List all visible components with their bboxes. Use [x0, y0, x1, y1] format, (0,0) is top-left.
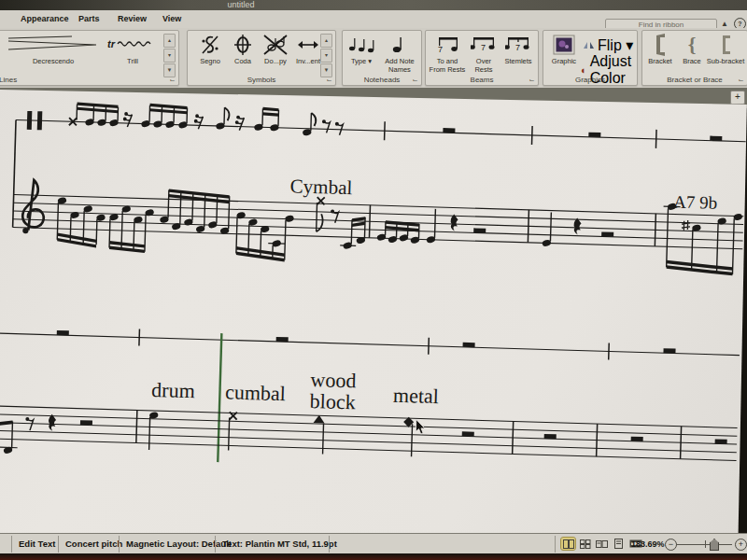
staff1-line [16, 120, 746, 142]
status-edit-text: Edit Text [19, 534, 55, 554]
group-label-symbols: Symbols [188, 76, 335, 84]
window-title: untitled [199, 0, 283, 10]
bracket-icon [654, 34, 667, 56]
dropdown-icon: ▾ [368, 57, 372, 65]
zoom-slider-track[interactable] [676, 544, 732, 545]
view-spread-icon[interactable] [561, 538, 575, 550]
dont-copy-button[interactable]: Do...py [261, 34, 290, 65]
cymbal-label[interactable]: Cymbal [289, 175, 352, 199]
svg-text:tr: tr [107, 38, 116, 49]
coda-icon [233, 34, 253, 56]
beams-to-from-rests-button[interactable]: 7 To and From Rests [429, 34, 466, 74]
zoom-in-button[interactable]: + [735, 539, 747, 551]
group-label-graphics: Graphics [543, 76, 637, 84]
group-label-lines: Lines [0, 76, 17, 84]
status-divider [329, 536, 330, 553]
status-concert-pitch: Concert pitch [65, 534, 122, 554]
dropdown-icon: ▾ [626, 37, 633, 53]
staff1-notes[interactable] [69, 101, 344, 137]
drum-label[interactable]: drum [151, 378, 195, 402]
ribbon-group-bracket: Bracket { Brace Sub-bracket Bracket or B… [641, 30, 747, 86]
symbols-dialog-launcher-icon[interactable]: ⌙ [325, 76, 333, 84]
notehead-type-button[interactable]: Type ▾ [345, 34, 378, 65]
score-canvas[interactable]: Cymbal A7 9b drum cumbal wood block meta… [0, 90, 747, 553]
invert-button[interactable]: Inv...ent [292, 34, 324, 65]
staff1-rests[interactable] [443, 128, 722, 141]
lines-dialog-launcher-icon[interactable]: ⌙ [168, 76, 176, 84]
invert-arrow-icon [296, 34, 320, 56]
graphic-picture-icon [553, 34, 575, 56]
ribbon-group-beams: 7 To and From Rests 7 Over Rests 7 Steml… [425, 30, 539, 86]
segno-icon [200, 34, 220, 56]
beam-stemlets-icon: 7 [505, 34, 531, 56]
status-divider [11, 536, 12, 553]
sub-bracket-button[interactable]: Sub-bracket [706, 34, 745, 65]
tab-appearance[interactable]: Appearance [21, 10, 69, 28]
status-magnetic-layout: Magnetic Layout: Default [126, 534, 232, 554]
tab-view[interactable]: View [162, 10, 181, 28]
tab-parts[interactable]: Parts [78, 10, 100, 28]
svg-text:7: 7 [481, 43, 486, 52]
beams-dialog-launcher-icon[interactable]: ⌙ [528, 76, 536, 84]
bracket-dialog-launcher-icon[interactable]: ⌙ [737, 76, 745, 84]
ribbon: Decrescendo tr Trill ▴ ▾ ▼ Lines ⌙ Segno [0, 28, 747, 89]
ribbon-group-symbols: Segno Coda Do...py Inv...ent ▴ ▾ ▼ Symbo… [187, 30, 336, 86]
selected-barline-green[interactable] [218, 333, 221, 462]
new-tab-plus-button[interactable]: + [730, 91, 745, 105]
gallery-up-icon[interactable]: ▴ [320, 34, 332, 48]
group-label-beams: Beams [426, 76, 538, 84]
cumbal-label[interactable]: cumbal [225, 380, 286, 405]
flip-icon [583, 37, 595, 54]
window-titlebar: untitled [0, 0, 747, 10]
gallery-up-icon[interactable]: ▴ [163, 34, 176, 48]
view-switcher [561, 538, 642, 550]
beams-over-rests-button[interactable]: 7 Over Rests [468, 34, 500, 74]
score-page: Cymbal A7 9b drum cumbal wood block meta… [0, 90, 747, 551]
dont-copy-icon [262, 34, 289, 56]
add-note-names-button[interactable]: Add Note Names [380, 34, 419, 74]
view-horizontal-icon[interactable] [595, 538, 609, 550]
bracket-button[interactable]: Bracket [644, 34, 676, 65]
gallery-down-icon[interactable]: ▾ [163, 49, 176, 63]
ribbon-group-graphics: Graphic Flip ▾ ◐ Adjust Color Graphics [543, 30, 638, 86]
zoom-slider-center-tick [705, 540, 706, 548]
noteheads-dialog-launcher-icon[interactable]: ⌙ [411, 76, 419, 84]
brace-button[interactable]: { Brace [678, 34, 706, 65]
group-label-noteheads: Noteheads [343, 76, 421, 84]
flip-button[interactable]: Flip ▾ [583, 36, 633, 54]
chord-symbol[interactable]: A7 9b [673, 191, 718, 212]
decrescendo-hairpin-icon [7, 34, 100, 56]
view-single-page-icon[interactable] [612, 538, 626, 550]
screen-bottom-edge [0, 553, 747, 560]
metal-label[interactable]: metal [393, 384, 440, 408]
trill-button[interactable]: tr Trill [106, 34, 160, 65]
staff3-rests[interactable] [57, 330, 676, 354]
coda-button[interactable]: Coda [229, 34, 257, 65]
gallery-down-icon[interactable]: ▾ [320, 49, 332, 63]
brace-icon: { [688, 34, 697, 56]
beam-to-from-rests-icon: 7 [434, 34, 460, 56]
ribbon-group-noteheads: Type ▾ Add Note Names Noteheads ⌙ [342, 30, 422, 86]
view-grid-icon[interactable] [578, 538, 592, 550]
treble-clef-icon[interactable] [22, 180, 45, 234]
symbols-gallery-scroll: ▴ ▾ ▼ [320, 34, 332, 77]
svg-text:7: 7 [438, 45, 443, 54]
status-divider [555, 536, 556, 553]
zoom-slider-thumb[interactable] [710, 539, 719, 551]
svg-text:7: 7 [515, 43, 520, 52]
status-text-style: Text: Plantin MT Std, 11.9pt [222, 534, 337, 554]
wood-block-label-line2[interactable]: block [309, 389, 356, 413]
ribbon-group-lines: Decrescendo tr Trill ▴ ▾ ▼ Lines ⌙ [0, 30, 179, 86]
adjust-color-icon: ◐ [581, 65, 587, 76]
status-bar: Edit Text Concert pitch Magnetic Layout:… [0, 533, 747, 554]
zoom-level: 183.69% [631, 534, 665, 554]
decrescendo-button[interactable]: Decrescendo [5, 34, 102, 65]
segno-button[interactable]: Segno [195, 34, 225, 65]
beam-over-rests-icon: 7 [471, 34, 497, 56]
staff4-lines [0, 406, 738, 461]
status-divider [215, 536, 216, 553]
graphic-button[interactable]: Graphic [547, 34, 581, 65]
tab-review[interactable]: Review [118, 10, 147, 28]
trill-icon: tr [106, 34, 159, 56]
beams-stemlets-button[interactable]: 7 Stemlets [501, 34, 535, 65]
